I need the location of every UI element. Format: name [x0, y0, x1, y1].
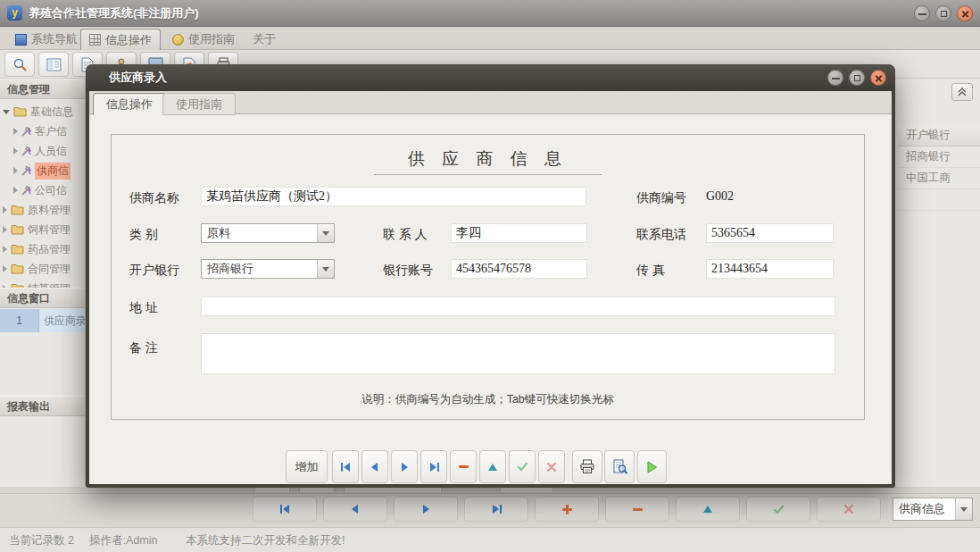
dialog-tab-user-guide[interactable]: 使用指南 — [162, 93, 236, 115]
nav-cancel-button[interactable] — [817, 497, 881, 522]
add-button[interactable]: 增加 — [286, 450, 328, 483]
tree-item-customer-info[interactable]: 客户信 — [0, 121, 86, 141]
first-record-button[interactable] — [332, 450, 359, 483]
card-view-button[interactable] — [38, 52, 69, 77]
last-record-button[interactable] — [420, 450, 447, 483]
collapsed-arrow-icon — [13, 187, 18, 194]
cancel-record-button[interactable] — [538, 450, 565, 483]
info-window-row[interactable]: 1 供应商录 — [0, 309, 86, 332]
edit-record-button[interactable] — [479, 450, 506, 483]
delete-record-button[interactable] — [450, 450, 477, 483]
tree-item-basic-info[interactable]: 基础信息 — [0, 102, 86, 121]
grid-row[interactable]: 招商银行 — [898, 146, 980, 168]
print-preview-button[interactable] — [604, 450, 635, 483]
play-icon — [646, 461, 658, 473]
print-button[interactable] — [572, 450, 602, 483]
tree-item-drug[interactable]: 药品管理 — [0, 239, 86, 259]
nav-post-button[interactable] — [746, 497, 810, 522]
nav-edit-button[interactable] — [676, 497, 740, 522]
supplier-code-label: 供商编号 — [636, 190, 686, 206]
nav-last-button[interactable] — [464, 497, 528, 522]
nav-next-button[interactable] — [394, 497, 458, 522]
app-window: y 养殖合作社管理系统(非注册用户) 系统导航 信息操作 使用指南 关于 — [0, 0, 980, 552]
collapsed-arrow-icon — [3, 226, 7, 233]
collapse-panel-button[interactable] — [951, 83, 973, 101]
tools-icon — [21, 146, 32, 157]
address-input[interactable] — [201, 297, 835, 316]
tree-item-supplier-info[interactable]: 供商信 — [0, 161, 86, 180]
tree-label: 客户信 — [35, 124, 67, 139]
nav-prior-button[interactable] — [323, 497, 387, 522]
collapsed-arrow-icon — [13, 167, 18, 174]
category-label: 类 别 — [129, 227, 158, 243]
tree-item-feed[interactable]: 饲料管理 — [0, 220, 86, 239]
bank-dropdown[interactable]: 招商银行 — [201, 259, 335, 279]
covered-strip — [0, 487, 980, 493]
window-title: 养殖合作社管理系统(非注册用户) — [29, 5, 199, 21]
tab-user-guide[interactable]: 使用指南 — [164, 29, 243, 50]
search-button[interactable] — [4, 52, 35, 77]
phone-input[interactable] — [706, 223, 834, 243]
tree-label: 人员信 — [35, 144, 67, 159]
tree-item-personnel-info[interactable]: 人员信 — [0, 141, 86, 161]
maximize-icon — [941, 11, 947, 17]
tree-item-raw-material[interactable]: 原料管理 — [0, 200, 86, 220]
tree-label: 供商信 — [35, 163, 71, 180]
bank-value: 招商银行 — [202, 261, 317, 277]
row-number: 1 — [0, 309, 39, 332]
nav-delete-button[interactable] — [605, 497, 669, 522]
tree-item-contract[interactable]: 合同管理 — [0, 259, 86, 279]
check-icon — [517, 462, 528, 472]
nav-first-button[interactable] — [253, 497, 317, 522]
minimize-icon — [918, 13, 926, 15]
info-management-header: 信息管理 — [0, 79, 86, 99]
supplier-name-input[interactable] — [201, 187, 586, 206]
tree-label: 合同管理 — [28, 262, 71, 277]
close-button[interactable] — [957, 5, 973, 21]
address-label: 地 址 — [129, 300, 158, 316]
tree-label: 药品管理 — [28, 242, 71, 257]
tree-label: 公司信 — [35, 183, 67, 198]
dialog-close-button[interactable] — [870, 70, 886, 86]
minimize-button[interactable] — [914, 5, 930, 21]
maximize-button[interactable] — [935, 5, 951, 21]
last-record-icon — [428, 462, 440, 473]
tools-icon — [21, 165, 32, 177]
first-record-icon — [279, 504, 291, 514]
triangle-up-icon — [487, 463, 498, 472]
card-view-icon — [46, 58, 62, 71]
dialog-minimize-button[interactable] — [827, 70, 843, 86]
cross-icon — [843, 504, 854, 514]
nav-insert-button[interactable] — [535, 497, 599, 522]
contact-input[interactable] — [451, 223, 587, 243]
tab-label: 信息操作 — [105, 32, 152, 48]
collapsed-arrow-icon — [13, 147, 18, 155]
phone-label: 联系电话 — [636, 227, 686, 243]
maximize-icon — [854, 75, 860, 81]
dialog-maximize-button[interactable] — [849, 70, 865, 86]
next-record-button[interactable] — [391, 450, 418, 483]
report-output-header: 报表输出 — [0, 396, 86, 416]
tree-item-company-info[interactable]: 公司信 — [0, 180, 86, 200]
table-selector-dropdown[interactable]: 供商信息 — [893, 498, 973, 521]
tab-about[interactable]: 关于 — [245, 29, 284, 50]
remark-textarea[interactable] — [201, 333, 835, 374]
cross-icon — [546, 462, 557, 473]
tab-info-operation[interactable]: 信息操作 — [80, 29, 161, 50]
statusbar: 当前记录数 2 操作者:Admin 本系统支持二次开发和全新开发! — [0, 527, 980, 552]
next-record-icon — [399, 462, 410, 473]
category-dropdown[interactable]: 原料 — [201, 223, 335, 243]
grid-row[interactable]: 中国工商 — [898, 168, 980, 189]
row-label: 供应商录 — [39, 309, 86, 332]
dialog-tab-info-operation[interactable]: 信息操作 — [93, 93, 166, 115]
tab-system-nav[interactable]: 系统导航 — [7, 29, 86, 50]
post-record-button[interactable] — [509, 450, 536, 483]
fax-input[interactable] — [706, 259, 834, 279]
run-button[interactable] — [637, 450, 667, 483]
account-input[interactable] — [451, 259, 587, 279]
dialog-body: 信息操作 使用指南 供 应 商 信 息 供商名称 供商编号 G002 类 别 原… — [89, 91, 892, 484]
system-nav-icon — [15, 34, 27, 46]
last-record-icon — [491, 504, 502, 514]
dialog-tabbar: 信息操作 使用指南 — [89, 91, 892, 114]
prior-record-button[interactable] — [361, 450, 388, 483]
